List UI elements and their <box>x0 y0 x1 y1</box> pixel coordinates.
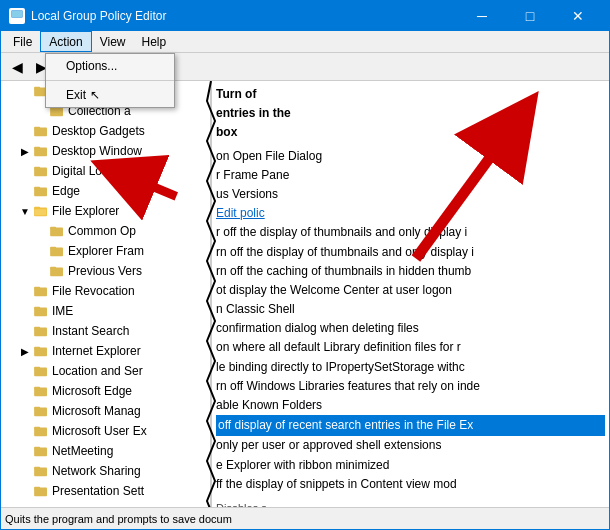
minimize-button[interactable]: ─ <box>459 1 505 31</box>
folder-icon <box>33 143 49 159</box>
menu-file[interactable]: File <box>5 31 40 52</box>
tree-item-digital-locker[interactable]: Digital Locker <box>1 161 210 181</box>
tree-item-explorer-fram[interactable]: Explorer Fram <box>1 241 210 261</box>
tree-item-ms-user[interactable]: Microsoft User Ex <box>1 421 210 441</box>
main-content: Credential User I Collection a <box>1 81 609 507</box>
tree-label: Microsoft Manag <box>52 404 141 418</box>
svg-rect-45 <box>34 467 40 470</box>
tree-label: Microsoft Edge <box>52 384 132 398</box>
content-line: on Open File Dialog <box>216 147 605 166</box>
menu-help[interactable]: Help <box>134 31 175 52</box>
main-window: Local Group Policy Editor ─ □ ✕ File Act… <box>0 0 610 530</box>
svg-rect-31 <box>34 327 40 330</box>
exit-menu-item[interactable]: Exit ↖ <box>46 83 174 107</box>
folder-icon <box>33 363 49 379</box>
tree-label: Network Sharing <box>52 464 141 478</box>
svg-rect-33 <box>34 347 40 350</box>
content-line: n Classic Shell <box>216 300 605 319</box>
app-icon <box>9 8 25 24</box>
svg-rect-18 <box>34 207 40 210</box>
menu-bar: File Action View Help Options... Exit ↖ <box>1 31 609 53</box>
folder-icon <box>49 223 65 239</box>
menu-divider <box>46 80 174 81</box>
content-line: rn off the display of thumbnails and onl… <box>216 243 605 262</box>
folder-open-icon <box>33 203 49 219</box>
tree-label: Edge <box>52 184 80 198</box>
tree-item-file-explorer[interactable]: ▼ File Explorer <box>1 201 210 221</box>
content-line: ot display the Welcome Center at user lo… <box>216 281 605 300</box>
content-line: ff the display of snippets in Content vi… <box>216 475 605 494</box>
tree-item-ime[interactable]: IME <box>1 301 210 321</box>
cursor-icon: ↖ <box>90 88 100 102</box>
tree-item-desktop-gadgets[interactable]: Desktop Gadgets <box>1 121 210 141</box>
tree-item-netmeeting[interactable]: NetMeeting <box>1 441 210 461</box>
content-line: able Known Folders <box>216 396 605 415</box>
svg-rect-19 <box>35 209 46 215</box>
svg-rect-41 <box>34 427 40 430</box>
status-bar: Quits the program and prompts to save do… <box>1 507 609 529</box>
tree-label: NetMeeting <box>52 444 113 458</box>
folder-icon <box>33 323 49 339</box>
svg-rect-23 <box>50 247 56 250</box>
tree-item-ms-edge[interactable]: Microsoft Edge <box>1 381 210 401</box>
folder-icon <box>33 463 49 479</box>
edit-policy-link[interactable]: Edit polic <box>216 204 605 223</box>
menu-view[interactable]: View <box>92 31 134 52</box>
desc-line: Disables s <box>216 500 605 507</box>
folder-icon <box>49 263 65 279</box>
window-controls: ─ □ ✕ <box>459 1 601 31</box>
folder-icon <box>33 303 49 319</box>
tree-item-internet-explorer[interactable]: ▶ Internet Explorer <box>1 341 210 361</box>
svg-rect-12 <box>34 147 40 150</box>
folder-icon <box>33 123 49 139</box>
tree-label: Location and Ser <box>52 364 143 378</box>
svg-rect-37 <box>34 387 40 390</box>
tree-item-edge[interactable]: Edge <box>1 181 210 201</box>
tree-label: Desktop Gadgets <box>52 124 145 138</box>
folder-icon <box>33 483 49 499</box>
svg-rect-35 <box>34 367 40 370</box>
status-text: Quits the program and prompts to save do… <box>5 513 232 525</box>
tree-label: Microsoft User Ex <box>52 424 147 438</box>
folder-icon <box>33 163 49 179</box>
folder-icon <box>33 443 49 459</box>
content-line: r off the display of thumbnails and only… <box>216 223 605 242</box>
tree-item-presentation[interactable]: Presentation Sett <box>1 481 210 501</box>
toolbar-back[interactable]: ◀ <box>5 55 29 79</box>
svg-rect-6 <box>34 87 40 90</box>
close-button[interactable]: ✕ <box>555 1 601 31</box>
svg-rect-27 <box>34 287 40 290</box>
tree-item-network-sharing[interactable]: Network Sharing <box>1 461 210 481</box>
folder-icon <box>33 183 49 199</box>
svg-rect-29 <box>34 307 40 310</box>
tree-label: Common Op <box>68 224 136 238</box>
tree-panel[interactable]: Credential User I Collection a <box>1 81 211 507</box>
tree-item-instant-search[interactable]: Instant Search <box>1 321 210 341</box>
menu-action[interactable]: Action <box>40 31 91 52</box>
right-panel[interactable]: Turn ofentries in thebox on Open File Di… <box>211 81 609 507</box>
tree-item-location[interactable]: Location and Ser <box>1 361 210 381</box>
tree-item-common-op[interactable]: Common Op <box>1 221 210 241</box>
content-line: e Explorer with ribbon minimized <box>216 456 605 475</box>
tree-item-previous-vers[interactable]: Previous Vers <box>1 261 210 281</box>
content-line: on where all default Library definition … <box>216 338 605 357</box>
tree-item-ms-manag[interactable]: Microsoft Manag <box>1 401 210 421</box>
svg-rect-21 <box>50 227 56 230</box>
content-line: confirmation dialog when deleting files <box>216 319 605 338</box>
tree-label: Presentation Sett <box>52 484 144 498</box>
svg-rect-25 <box>50 267 56 270</box>
svg-rect-14 <box>34 167 40 170</box>
folder-icon <box>49 243 65 259</box>
tree-label: Instant Search <box>52 324 129 338</box>
svg-rect-43 <box>34 447 40 450</box>
folder-icon <box>33 343 49 359</box>
window-title: Local Group Policy Editor <box>31 9 459 23</box>
content-line: r Frame Pane <box>216 166 605 185</box>
maximize-button[interactable]: □ <box>507 1 553 31</box>
folder-icon <box>33 283 49 299</box>
tree-item-file-revocation[interactable]: File Revocation <box>1 281 210 301</box>
content-line-highlighted: off display of recent search entries in … <box>216 415 605 436</box>
content-line: us Versions <box>216 185 605 204</box>
tree-item-desktop-window[interactable]: ▶ Desktop Window <box>1 141 210 161</box>
options-menu-item[interactable]: Options... <box>46 54 174 78</box>
